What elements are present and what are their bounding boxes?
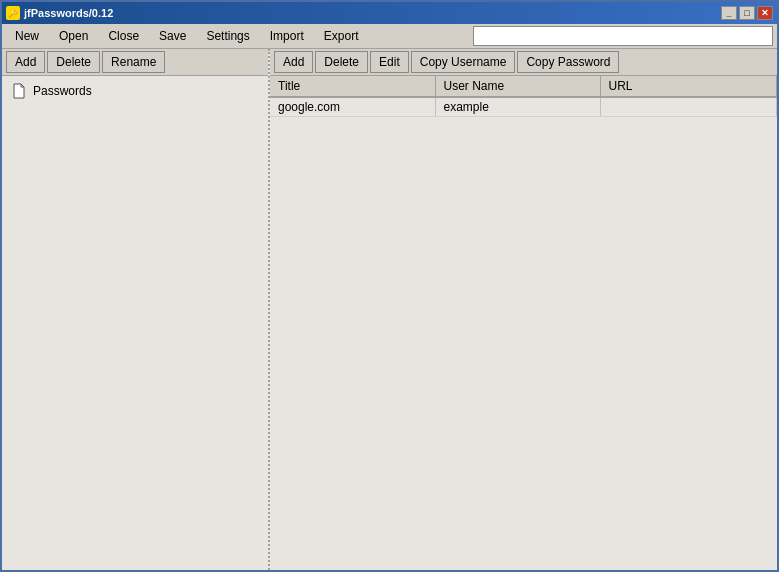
title-bar-buttons: _ □ ✕	[721, 6, 773, 20]
left-add-button[interactable]: Add	[6, 51, 45, 73]
title-bar-left: 🔑 jfPasswords/0.12	[6, 6, 113, 20]
right-edit-button[interactable]: Edit	[370, 51, 409, 73]
right-delete-button[interactable]: Delete	[315, 51, 368, 73]
column-header-url: URL	[600, 76, 777, 97]
open-button[interactable]: Open	[50, 26, 97, 46]
search-input[interactable]	[473, 26, 773, 46]
right-toolbar: Add Delete Edit Copy Username Copy Passw…	[270, 49, 777, 76]
close-button[interactable]: ✕	[757, 6, 773, 20]
cell-url	[600, 97, 777, 117]
window-title: jfPasswords/0.12	[24, 7, 113, 19]
app-icon: 🔑	[6, 6, 20, 20]
left-toolbar: Add Delete Rename	[2, 49, 268, 76]
settings-button[interactable]: Settings	[197, 26, 258, 46]
minimize-button[interactable]: _	[721, 6, 737, 20]
file-icon	[11, 83, 27, 99]
cell-username: example	[435, 97, 600, 117]
title-bar: 🔑 jfPasswords/0.12 _ □ ✕	[2, 2, 777, 24]
right-panel: Add Delete Edit Copy Username Copy Passw…	[270, 49, 777, 570]
copy-password-button[interactable]: Copy Password	[517, 51, 619, 73]
save-button[interactable]: Save	[150, 26, 195, 46]
passwords-table: Title User Name URL google.comexample	[270, 76, 777, 117]
main-window: 🔑 jfPasswords/0.12 _ □ ✕ New Open Close …	[0, 0, 779, 572]
left-delete-button[interactable]: Delete	[47, 51, 100, 73]
left-list: Passwords	[2, 76, 268, 570]
cell-title: google.com	[270, 97, 435, 117]
column-header-username: User Name	[435, 76, 600, 97]
left-rename-button[interactable]: Rename	[102, 51, 165, 73]
data-table: Title User Name URL google.comexample	[270, 76, 777, 570]
left-panel: Add Delete Rename Passwords	[2, 49, 270, 570]
list-item[interactable]: Passwords	[6, 80, 264, 102]
import-button[interactable]: Import	[261, 26, 313, 46]
table-row[interactable]: google.comexample	[270, 97, 777, 117]
new-button[interactable]: New	[6, 26, 48, 46]
export-button[interactable]: Export	[315, 26, 368, 46]
menu-bar: New Open Close Save Settings Import Expo…	[2, 24, 777, 49]
right-add-button[interactable]: Add	[274, 51, 313, 73]
column-header-title: Title	[270, 76, 435, 97]
maximize-button[interactable]: □	[739, 6, 755, 20]
list-item-label: Passwords	[33, 84, 92, 98]
main-content: Add Delete Rename Passwords Add Delete E	[2, 49, 777, 570]
copy-username-button[interactable]: Copy Username	[411, 51, 516, 73]
table-header-row: Title User Name URL	[270, 76, 777, 97]
close-file-button[interactable]: Close	[99, 26, 148, 46]
